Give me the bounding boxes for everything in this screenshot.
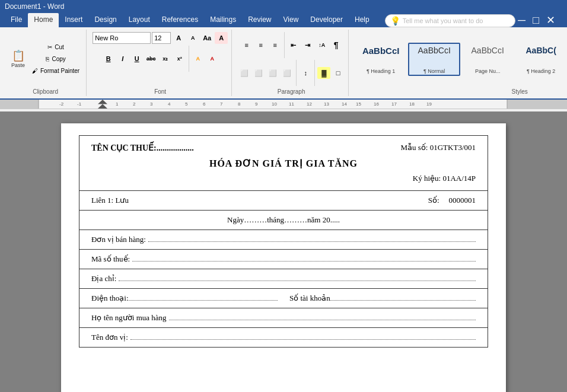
ten-don-vi-label: Tên đơn vị: [91, 333, 128, 342]
cut-icon: ✂ [47, 44, 52, 50]
font-color-button[interactable]: A [206, 53, 219, 65]
tab-review[interactable]: Review [242, 13, 277, 27]
text-highlight-button[interactable]: A [192, 53, 205, 65]
clear-format-button[interactable]: A [215, 32, 228, 44]
tab-mailings[interactable]: Mailings [204, 13, 242, 27]
tab-file[interactable]: File [5, 13, 28, 27]
change-case-button[interactable]: Aa [200, 32, 214, 44]
font-name-input[interactable] [93, 32, 151, 44]
style-heading2[interactable]: AaBbC( ¶ Heading 2 [515, 43, 567, 76]
clipboard-section: 📋 Paste ✂ Cut ⎘ Copy 🖌 Format Painter [5, 30, 87, 96]
don-vi-label: Đơn vị bán hàng: [91, 235, 146, 244]
svg-text:6: 6 [203, 102, 205, 107]
font-shrink-button[interactable]: A [186, 32, 199, 44]
justify-button[interactable]: ⬜ [281, 67, 294, 79]
numbering-button[interactable]: ≡ [254, 39, 267, 51]
shading-button[interactable]: ▓ [317, 67, 330, 79]
font-grow-button[interactable]: A [172, 32, 185, 44]
title-bar-title: Document1 - Word [5, 2, 64, 11]
close-btn[interactable]: ✕ [544, 14, 558, 27]
copy-label: Copy [52, 56, 65, 62]
subscript-button[interactable]: x₂ [159, 53, 172, 65]
borders-button[interactable]: □ [332, 67, 345, 79]
font-divider [189, 46, 189, 72]
dien-thoai-dots [129, 300, 278, 301]
format-painter-icon: 🖌 [32, 68, 38, 74]
underline-button[interactable]: U [130, 53, 144, 65]
tab-design[interactable]: Design [88, 13, 122, 27]
bullets-button[interactable]: ≡ [240, 39, 253, 51]
font-controls: A A Aa A B I U abc x₂ x² A A [93, 32, 228, 86]
svg-text:7: 7 [220, 102, 222, 107]
align-left-button[interactable]: ⬜ [238, 67, 251, 79]
paragraph-section-label: Paragraph [238, 87, 345, 95]
para-row1: ≡ ≡ ≡ ⇤ ⇥ ↕A ¶ [240, 32, 343, 58]
sort-button[interactable]: ↕A [316, 39, 329, 51]
ruler: -2 -1 1 2 3 4 5 6 7 8 9 10 11 12 13 14 1… [0, 100, 567, 109]
ma-so-thue-label: Mã số thuế: [91, 254, 130, 264]
ho-ten-dots [169, 320, 476, 320]
document-area: TÊN CỤC THUẾ:.................. Mẫu số: … [0, 111, 567, 392]
styles-section-label: Styles [355, 87, 567, 95]
increase-indent-button[interactable]: ⇥ [301, 39, 314, 51]
line-spacing-button[interactable]: ↕ [299, 67, 312, 79]
bold-button[interactable]: B [102, 53, 115, 65]
copy-button[interactable]: ⎘ Copy [29, 54, 82, 65]
svg-text:19: 19 [426, 102, 432, 107]
invoice-dien-thoai: Điện thoại: [79, 289, 284, 308]
para-divider3 [314, 60, 315, 86]
don-vi-dots [148, 241, 476, 242]
tai-khoan-dots [330, 300, 476, 301]
style-normal[interactable]: AaBbCcI ¶ Normal [408, 43, 460, 76]
tai-khoan-label: Số tài khoản [289, 294, 330, 303]
svg-text:13: 13 [324, 102, 329, 107]
document-page: TÊN CỤC THUẾ:.................. Mẫu số: … [61, 123, 506, 392]
invoice-dia-chi: Địa chỉ: [79, 269, 488, 289]
para-divider1 [284, 32, 285, 58]
svg-text:18: 18 [409, 102, 415, 107]
italic-button[interactable]: I [116, 53, 129, 65]
font-size-input[interactable] [152, 32, 171, 44]
tab-insert[interactable]: Insert [59, 13, 88, 27]
multilevel-button[interactable]: ≡ [269, 39, 282, 51]
tab-references[interactable]: References [156, 13, 204, 27]
clipboard-label: Clipboard [8, 87, 82, 95]
align-right-button[interactable]: ⬜ [266, 67, 279, 79]
maximize-btn[interactable]: □ [530, 14, 541, 27]
tab-help[interactable]: Help [349, 13, 375, 27]
tab-home[interactable]: Home [28, 13, 59, 27]
invoice-header-top: TÊN CỤC THUẾ:.................. Mẫu số: … [91, 143, 476, 153]
paragraph-section: ≡ ≡ ≡ ⇤ ⇥ ↕A ¶ ⬜ ⬜ ⬜ ⬜ ↕ ▓ [234, 30, 349, 96]
svg-text:1: 1 [116, 102, 118, 107]
invoice-lien-row: Liên 1: Lưu Số: 0000001 [79, 191, 488, 211]
tab-layout[interactable]: Layout [123, 13, 156, 27]
style-heading1[interactable]: AaBbCcI ¶ Heading 1 [355, 43, 407, 76]
show-marks-button[interactable]: ¶ [330, 39, 343, 51]
decrease-indent-button[interactable]: ⇤ [287, 39, 300, 51]
svg-text:17: 17 [391, 102, 397, 107]
strikethrough-button[interactable]: abc [145, 53, 158, 65]
invoice-phone-account: Điện thoại: Số tài khoản [79, 289, 488, 308]
invoice-header: TÊN CỤC THUẾ:.................. Mẫu số: … [79, 136, 488, 191]
invoice-company: TÊN CỤC THUẾ:.................. [91, 143, 194, 153]
svg-text:-2: -2 [59, 102, 63, 107]
svg-text:14: 14 [342, 102, 348, 107]
style-page-num[interactable]: AaBbCcI Page Nu... [461, 43, 514, 76]
center-align-button[interactable]: ⬜ [252, 67, 265, 79]
svg-text:5: 5 [185, 102, 187, 107]
svg-text:10: 10 [272, 102, 277, 107]
format-painter-button[interactable]: 🖌 Format Painter [29, 66, 82, 77]
tell-me-search[interactable]: 💡 Tell me what you want to do [385, 14, 515, 27]
tab-view[interactable]: View [278, 13, 305, 27]
tab-developer[interactable]: Developer [304, 13, 349, 27]
cut-button[interactable]: ✂ Cut [29, 42, 82, 53]
invoice-lien1: Liên 1: Lưu [91, 196, 129, 205]
svg-rect-1 [0, 100, 39, 109]
style-normal-preview: AaBbCcI [418, 46, 451, 55]
style-heading1-preview: AaBbCcI [362, 46, 400, 56]
paste-button[interactable]: 📋 Paste [8, 46, 28, 72]
superscript-button[interactable]: x² [173, 53, 186, 65]
svg-text:16: 16 [374, 102, 379, 107]
invoice-so-label: Số: [428, 196, 439, 205]
minimize-btn[interactable]: ─ [515, 14, 528, 27]
